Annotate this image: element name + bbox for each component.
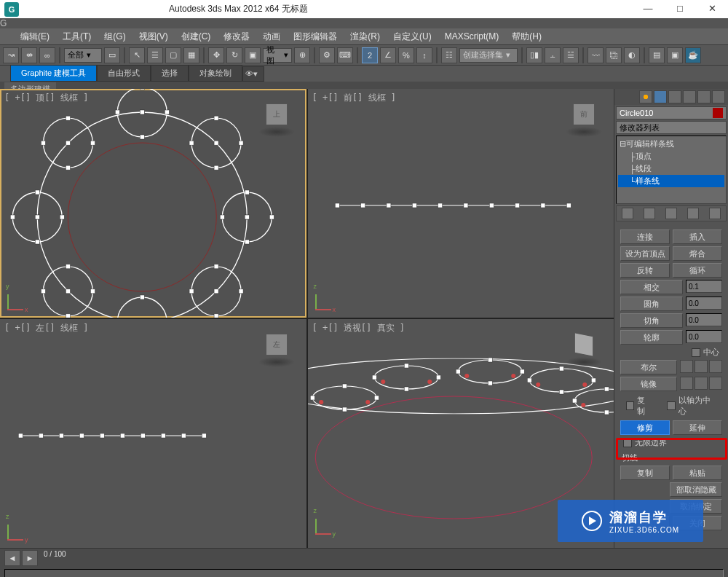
snap-2d-icon[interactable]: 2 bbox=[362, 47, 378, 63]
viewcube-front[interactable]: 前 bbox=[566, 99, 602, 136]
refcoord-dropdown[interactable]: 视图 bbox=[263, 48, 292, 63]
menu-edit[interactable]: 编辑(E) bbox=[20, 31, 50, 43]
manip-icon[interactable]: ⚙ bbox=[319, 47, 335, 63]
axis-center-checkbox[interactable] bbox=[667, 401, 676, 410]
motion-tab-icon[interactable] bbox=[683, 90, 696, 103]
modify-tab-icon[interactable] bbox=[654, 90, 667, 103]
ribbon-tab-graphite[interactable]: Graphite 建模工具 bbox=[10, 65, 97, 82]
stack-editable-spline[interactable]: ⊟ 可编辑样条线 bbox=[618, 138, 724, 150]
intersect-button[interactable]: 相交 bbox=[620, 280, 683, 294]
menu-render[interactable]: 渲染(R) bbox=[350, 31, 380, 43]
rect-select-icon[interactable]: ▢ bbox=[165, 47, 181, 63]
bool-union-icon[interactable] bbox=[680, 360, 693, 373]
align-icon[interactable]: ⫠ bbox=[545, 47, 561, 63]
fuse-button[interactable]: 熔合 bbox=[673, 246, 722, 261]
mirror-button[interactable]: 镜像 bbox=[620, 377, 677, 391]
extend-button[interactable]: 延伸 bbox=[673, 420, 722, 435]
viewcube-persp[interactable] bbox=[566, 329, 602, 366]
setfirst-button[interactable]: 设为首顶点 bbox=[620, 246, 670, 261]
mirror-h-icon[interactable] bbox=[680, 377, 693, 390]
show-end-result-icon[interactable] bbox=[644, 208, 655, 219]
copy-checkbox[interactable] bbox=[626, 401, 634, 410]
snap-percent-icon[interactable]: % bbox=[398, 47, 414, 63]
render-setup-icon[interactable]: ▤ bbox=[649, 47, 665, 63]
menu-animation[interactable]: 动画 bbox=[263, 31, 280, 43]
tangent-paste-button[interactable]: 粘贴 bbox=[673, 466, 722, 480]
pivot-icon[interactable]: ⊕ bbox=[294, 47, 310, 63]
menu-customize[interactable]: 自定义(U) bbox=[393, 31, 432, 43]
schematic-icon[interactable]: ⿻ bbox=[606, 47, 622, 63]
object-name-field[interactable]: Circle010 bbox=[616, 106, 727, 119]
rotate-icon[interactable]: ↻ bbox=[226, 47, 242, 63]
intersect-spinner[interactable]: 0.1 bbox=[686, 280, 722, 293]
layers-icon[interactable]: ☱ bbox=[563, 47, 579, 63]
ribbon-tab-objectpaint[interactable]: 对象绘制 bbox=[189, 65, 242, 82]
configure-sets-icon[interactable] bbox=[709, 208, 721, 219]
insert-button[interactable]: 插入 bbox=[673, 229, 722, 244]
material-icon[interactable]: ◐ bbox=[624, 47, 640, 63]
rendered-frame-icon[interactable]: ▣ bbox=[667, 47, 683, 63]
selection-filter-dropdown[interactable]: 全部 bbox=[64, 48, 102, 63]
ribbon-tab-eye-icon[interactable]: 👁▾ bbox=[242, 66, 264, 82]
menu-group[interactable]: 组(G) bbox=[104, 31, 125, 43]
select-icon[interactable]: ▭ bbox=[104, 47, 120, 63]
close-button[interactable]: ✕ bbox=[696, 0, 728, 16]
cursor-icon[interactable]: ↖ bbox=[129, 47, 145, 63]
center-checkbox[interactable] bbox=[692, 348, 700, 357]
app-menu-icon[interactable]: G bbox=[0, 18, 728, 28]
move-icon[interactable]: ✥ bbox=[208, 47, 224, 63]
select-name-icon[interactable]: ☰ bbox=[147, 47, 163, 63]
utilities-tab-icon[interactable] bbox=[712, 90, 725, 103]
trim-button[interactable]: 修剪 bbox=[620, 420, 670, 435]
create-tab-icon[interactable] bbox=[639, 90, 652, 103]
display-tab-icon[interactable] bbox=[697, 90, 711, 103]
window-crossing-icon[interactable]: ▦ bbox=[183, 47, 199, 63]
infinite-bounds-checkbox[interactable] bbox=[623, 439, 632, 447]
viewport-top[interactable]: [ +[] 顶[] 线框 ] 上 yx bbox=[0, 89, 306, 318]
chamfer-spinner[interactable]: 0.0 bbox=[686, 313, 722, 326]
menu-create[interactable]: 创建(C) bbox=[181, 31, 211, 43]
curve-editor-icon[interactable]: 〰 bbox=[587, 47, 604, 63]
menu-modifiers[interactable]: 修改器 bbox=[223, 31, 250, 43]
render-icon[interactable]: ☕ bbox=[685, 47, 701, 63]
viewport-left[interactable]: [ +[] 左[] 线框 ] 左 zy bbox=[0, 319, 306, 548]
viewport-front[interactable]: [ +[] 前[] 线框 ] 前 zx bbox=[308, 89, 614, 318]
modifier-stack[interactable]: ⊟ 可编辑样条线 ├ 顶点 ├ 线段 └ 样条线 bbox=[616, 136, 727, 204]
keymode-icon[interactable]: ⌨ bbox=[337, 47, 353, 63]
bind-icon[interactable]: ∞ bbox=[39, 47, 55, 63]
menu-help[interactable]: 帮助(H) bbox=[512, 31, 542, 43]
unlink-icon[interactable]: ⇎ bbox=[21, 47, 37, 63]
ribbon-tab-freeform[interactable]: 自由形式 bbox=[97, 65, 151, 82]
object-color-swatch[interactable] bbox=[713, 108, 723, 118]
timeline-ruler[interactable] bbox=[4, 569, 724, 577]
menu-views[interactable]: 视图(V) bbox=[139, 31, 168, 43]
timeline-next-icon[interactable]: ► bbox=[22, 550, 38, 566]
outline-button[interactable]: 轮廓 bbox=[620, 330, 683, 345]
menu-maxscript[interactable]: MAXScript(M) bbox=[445, 31, 499, 42]
named-selset-dropdown[interactable]: 创建选择集 bbox=[459, 48, 518, 63]
make-unique-icon[interactable] bbox=[665, 208, 677, 219]
stack-segment[interactable]: ├ 线段 bbox=[618, 162, 724, 175]
minimize-button[interactable]: — bbox=[632, 0, 664, 16]
viewcube-left[interactable]: 左 bbox=[258, 329, 295, 366]
tangent-copy-button[interactable]: 复制 bbox=[620, 466, 670, 480]
menu-tools[interactable]: 工具(T) bbox=[63, 31, 91, 43]
cycle-button[interactable]: 循环 bbox=[673, 263, 722, 278]
reverse-button[interactable]: 反转 bbox=[620, 263, 670, 278]
link-icon[interactable]: ↝ bbox=[3, 47, 19, 63]
unhide-button[interactable]: 部取消隐藏 bbox=[670, 482, 722, 497]
boolean-button[interactable]: 布尔 bbox=[620, 360, 677, 374]
chamfer-button[interactable]: 切角 bbox=[620, 313, 683, 328]
mirror-icon[interactable]: ▯▮ bbox=[526, 47, 542, 63]
bool-intersect-icon[interactable] bbox=[709, 360, 722, 373]
mirror-both-icon[interactable] bbox=[709, 377, 722, 390]
edit-selset-icon[interactable]: ☷ bbox=[441, 47, 457, 63]
snap-spinner-icon[interactable]: ↕ bbox=[416, 47, 432, 63]
fillet-button[interactable]: 圆角 bbox=[620, 297, 683, 311]
stack-vertex[interactable]: ├ 顶点 bbox=[618, 150, 724, 162]
mirror-v-icon[interactable] bbox=[695, 377, 708, 390]
hierarchy-tab-icon[interactable] bbox=[668, 90, 681, 103]
snap-angle-icon[interactable]: ∠ bbox=[380, 47, 396, 63]
pin-stack-icon[interactable] bbox=[622, 208, 633, 219]
viewcube-top[interactable]: 上 bbox=[258, 99, 295, 136]
